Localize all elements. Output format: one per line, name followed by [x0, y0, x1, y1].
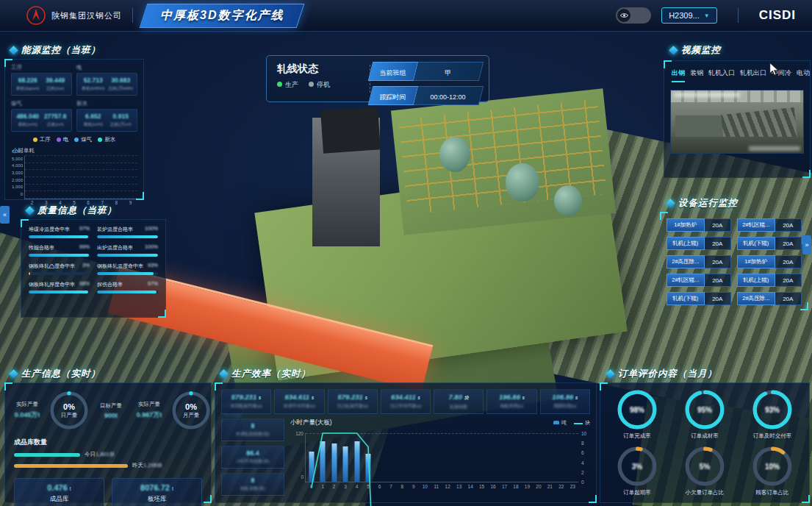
donut-ring: 3% — [617, 446, 658, 487]
donut-percent: 93% — [752, 389, 793, 430]
energy-group-name: 煤气 — [11, 100, 72, 107]
device-current-value: 20A — [705, 274, 731, 287]
legend-item[interactable]: 煤气 — [74, 136, 92, 143]
warehouse-card[interactable]: 8076.72 t 板坯库 — [112, 478, 202, 506]
order-select-dropdown[interactable]: H2309... ▼ — [661, 7, 717, 24]
production-panel-header: 生产信息（实时） — [10, 368, 101, 380]
status-row-label-button[interactable]: 跟踪时间 — [368, 86, 418, 105]
energy-value: 39.449 — [42, 76, 70, 84]
donut-ring: 95% — [684, 389, 725, 430]
video-tab[interactable]: 装钢 — [690, 68, 703, 82]
device-name-button[interactable]: 轧机(下辊) — [667, 292, 705, 305]
quality-progress-track — [29, 254, 90, 257]
video-tab[interactable]: 出钢 — [672, 68, 685, 82]
expand-right-handle[interactable]: » — [802, 235, 811, 254]
eye-icon — [617, 9, 630, 22]
quality-label: 探伤合格率 — [97, 281, 123, 288]
legend-bars[interactable]: 吨 — [553, 419, 567, 427]
status-label: 停机 — [317, 81, 330, 88]
energy-value: 52.713 — [79, 76, 107, 84]
quality-item: 性能合格率 99% — [29, 244, 90, 257]
energy-group: 新水 6.652 单耗(m³/t) 0.915 总耗(万m³) — [76, 100, 137, 132]
hourly-output-chart: 1200108642001234567891011121314151617181… — [305, 433, 578, 482]
warehouse-card[interactable]: 0.476 t 成品库 — [14, 478, 104, 506]
donut-label: 订单完成率 — [605, 432, 669, 440]
video-tab[interactable]: 电动辊 — [797, 68, 810, 82]
efficiency-side-card: 8 本班轧制块数(块) — [221, 418, 284, 441]
orders-panel: 98% 订单完成率 95% 订单成材率 93% 订单及时交付率 3% 订单超期率 — [600, 382, 810, 503]
stock-section-title: 成品库数量 — [14, 438, 211, 447]
legend-item[interactable]: 电 — [57, 136, 69, 143]
device-name-button[interactable]: 1#加热炉 — [667, 218, 705, 232]
device-item: 轧机(下辊) 20A — [737, 237, 802, 250]
camera-watermark-overlay — [749, 146, 800, 151]
line-swatch — [574, 423, 583, 424]
dropdown-value: H2309... — [669, 11, 700, 20]
quality-item: 出炉温度合格率 100% — [97, 244, 158, 257]
device-name-button[interactable]: 2#高压除... — [737, 292, 775, 305]
quality-value: 93% — [148, 263, 158, 270]
quality-value: 97% — [148, 281, 158, 288]
energy-value: 0.915 — [107, 113, 135, 120]
donut-ring: 5% — [684, 446, 725, 487]
device-current-value: 20A — [775, 218, 802, 232]
stat-label: 当日平均节奏(s) — [382, 403, 429, 410]
warehouse-value: 8076.72 — [140, 483, 170, 492]
actual-output-value: 0.045万t — [8, 410, 46, 420]
company-logo-icon — [26, 6, 46, 25]
energy-panel: 工序 68.226 单耗(kgce/t) 39.449 总耗(tce) 电 52… — [4, 59, 144, 200]
video-tab[interactable]: 轧机出口 — [740, 68, 766, 82]
device-name-button[interactable]: 1#加热炉 — [737, 255, 775, 268]
device-current-value: 20A — [705, 218, 731, 232]
bar-swatch — [553, 421, 559, 424]
visibility-toggle[interactable] — [616, 7, 651, 24]
efficiency-side-card: 8 待轧块数(块) — [221, 473, 284, 496]
device-name-button[interactable]: 轧机(上辊) — [737, 274, 775, 287]
side-stat-label: 待轧块数(块) — [222, 485, 284, 492]
orders-panel-title: 订单评价内容（当月） — [618, 368, 717, 380]
device-item: 1#加热炉 20A — [737, 255, 802, 268]
actual-output-value: 0.967万t — [130, 410, 168, 420]
stock-bar — [14, 464, 128, 468]
order-donut: 10% 顾客订单占比 — [740, 446, 805, 496]
collapse-left-handle[interactable]: « — [0, 206, 10, 224]
devices-panel-header: 设备运行监控 — [667, 197, 738, 210]
energy-value-label: 总耗(万m³) — [107, 121, 135, 128]
device-name-button[interactable]: 轧机(下辊) — [737, 237, 775, 250]
stat-label: 轧制块数 — [435, 404, 482, 410]
quality-item: 探伤合格率 97% — [97, 281, 158, 293]
output-ring-gauge: 0% 日产量 — [49, 391, 89, 430]
device-item: 轧机(上辊) 20A — [667, 237, 731, 250]
video-panel-title: 视频监控 — [681, 44, 721, 57]
hourly-chart-title: 小时产量(大板) — [290, 418, 332, 427]
legend-dot — [98, 138, 102, 142]
quality-label: 性能合格率 — [29, 244, 54, 252]
device-name-button[interactable]: 2#高压除... — [667, 255, 705, 268]
legend-line[interactable]: 块 — [574, 419, 590, 427]
quality-progress-fill — [29, 254, 89, 257]
device-name-button[interactable]: 轧机(上辊) — [667, 237, 705, 250]
status-legend-item: 停机 — [309, 80, 330, 90]
donut-percent: 10% — [752, 446, 793, 487]
status-row: 当前班组 甲 — [370, 62, 481, 81]
video-panel: 出钢装钢轧机入口轧机出口中间冷电动辊 — [664, 60, 811, 178]
status-row-label-button[interactable]: 当前班组 — [368, 62, 418, 81]
device-name-button[interactable]: 2#轧区辊... — [667, 274, 705, 287]
device-item: 2#轧区辊... 20A — [667, 274, 731, 287]
energy-panel-title: 能源监控（当班） — [21, 44, 101, 57]
side-stat-label: 小时平均块数(块) — [222, 458, 284, 465]
efficiency-stat-card: 196.86 s 纯轧时间(s) — [486, 389, 536, 414]
video-tab[interactable]: 轧机入口 — [708, 68, 735, 82]
device-name-button[interactable]: 2#轧区辊... — [737, 218, 775, 232]
order-donut: 5% 小欠量订单占比 — [672, 446, 737, 496]
quality-progress-track — [29, 235, 90, 238]
status-row-value: 00:00-12:00 — [414, 86, 484, 105]
legend-item[interactable]: 新水 — [98, 136, 115, 143]
camera-feed[interactable] — [670, 90, 804, 154]
legend-item[interactable]: 工序 — [33, 136, 51, 143]
quality-label: 钢板终轧凸度命中率 — [29, 263, 75, 270]
mouse-cursor — [769, 62, 780, 76]
quality-value: 99% — [79, 244, 90, 252]
donut-ring: 93% — [752, 389, 793, 430]
legend-label: 新水 — [104, 136, 115, 143]
